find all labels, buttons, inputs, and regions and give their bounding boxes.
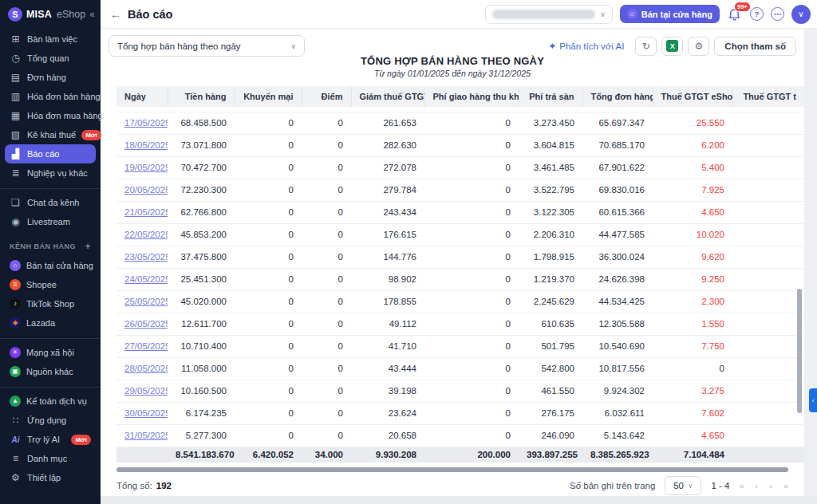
- table-body: 17/05/202568.458.50000261.65303.273.4506…: [116, 107, 804, 463]
- sidebar-item-ban-lam-viec[interactable]: ⊞Bàn làm việc: [5, 30, 96, 49]
- per-page-select[interactable]: 50 ∨: [665, 476, 701, 495]
- date-link[interactable]: 28/05/2025: [124, 364, 168, 373]
- first-page-button[interactable]: «: [739, 481, 744, 490]
- sidebar-item-nghiep-vu-khac[interactable]: ≣Nghiệp vụ khác: [5, 163, 96, 183]
- cell-thue_gtgt_t: [732, 357, 804, 380]
- last-page-button[interactable]: »: [783, 481, 788, 490]
- sidebar-item-mang-xa-hoi[interactable]: ✳Mạng xã hội: [5, 343, 96, 362]
- column-header-tien_hang[interactable]: Tiền hàng: [168, 86, 235, 107]
- date-link[interactable]: 23/05/2025: [124, 252, 168, 262]
- date-link[interactable]: 30/05/2025: [124, 408, 168, 418]
- sidebar-item-hoa-don-ban-hang[interactable]: ▥Hóa đơn bán hàng: [5, 87, 96, 106]
- date-link[interactable]: 19/05/2025: [124, 163, 168, 172]
- column-header-diem[interactable]: Điểm: [302, 86, 351, 107]
- sidebar-item-nguon-khac[interactable]: ▣Nguồn khác: [5, 362, 96, 381]
- date-link[interactable]: 27/05/2025: [124, 341, 168, 351]
- collapse-sidebar-button[interactable]: «: [89, 9, 95, 20]
- sidebar-item-bao-cao[interactable]: ▟Báo cáo: [5, 144, 96, 163]
- cell-ngay: 19/05/2025: [116, 156, 168, 179]
- sidebar-item-livestream[interactable]: ◉Livestream: [5, 212, 96, 231]
- sidebar-item-danh-muc[interactable]: ≡Danh mục: [5, 449, 96, 468]
- cell-ngay: 18/05/2025: [116, 134, 168, 156]
- table-horizontal-scrollbar[interactable]: [116, 467, 788, 472]
- cell-thue_gtgt_t: [732, 313, 804, 335]
- column-header-tong_don_hang[interactable]: Tổng đơn hàng: [582, 86, 653, 107]
- notification-bell-button[interactable]: 99+: [727, 6, 743, 22]
- chevron-left-icon: ‹: [812, 397, 815, 404]
- column-header-phi_giao_hang[interactable]: Phí giao hàng thu khách: [424, 86, 519, 107]
- sidebar-item-ke-khai-thue[interactable]: ▧Kê khai thuếMới: [5, 125, 96, 144]
- more-button[interactable]: ⋯: [771, 7, 784, 21]
- help-button[interactable]: ?: [750, 7, 764, 21]
- date-link[interactable]: 21/05/2025: [124, 207, 168, 217]
- avatar-button[interactable]: ∨: [791, 5, 811, 24]
- back-button[interactable]: ←: [110, 8, 121, 21]
- sidebar-item-hoa-don-mua-hang[interactable]: ▦Hóa đơn mua hàng: [5, 106, 96, 125]
- column-header-khuyen_mai[interactable]: Khuyến mại: [235, 86, 302, 107]
- refresh-icon: ↻: [642, 41, 650, 52]
- choose-params-button[interactable]: Chọn tham số: [714, 37, 796, 56]
- next-page-button[interactable]: ›: [769, 481, 772, 490]
- sidebar-item-tro-ly-ai[interactable]: AiTrợ lý AIMới: [5, 430, 96, 449]
- date-link[interactable]: 18/05/2025: [124, 140, 168, 150]
- add-channel-button[interactable]: +: [85, 241, 91, 252]
- sidebar-item-ban-tai-cua-hang[interactable]: ⌂Bán tại cửa hàng: [5, 256, 96, 275]
- column-header-phi_tra_san[interactable]: Phí trả sàn: [519, 86, 582, 107]
- org-select[interactable]: ∨: [485, 5, 613, 24]
- sidebar-section: ❏Chat đa kênh◉Livestream: [0, 188, 101, 234]
- cell-phi_giao_hang: 0: [424, 246, 519, 268]
- cell-phi_tra_san: 1.798.915: [519, 246, 582, 268]
- date-link[interactable]: 29/05/2025: [124, 386, 168, 396]
- cell-diem: 0: [302, 156, 351, 179]
- cell-thue_gtgt_eshop: 10.020: [653, 223, 732, 246]
- date-link[interactable]: 24/05/2025: [124, 274, 168, 284]
- column-header-giam_thue_gtgt[interactable]: Giảm thuế GTGT: [351, 86, 424, 107]
- date-link[interactable]: 22/05/2025: [124, 230, 168, 239]
- report-type-select[interactable]: Tổng hợp bán hàng theo ngày ∨: [109, 35, 305, 57]
- sidebar-item-chat-da-kenh[interactable]: ❏Chat đa kênh: [5, 193, 96, 212]
- sidebar-item-lazada[interactable]: ◆Lazada: [5, 313, 96, 333]
- sidebar-item-ung-dung[interactable]: ∷Ứng dụng: [5, 411, 96, 430]
- column-header-thue_gtgt_eshop[interactable]: Thuế GTGT eShop tính: [653, 86, 732, 107]
- date-link[interactable]: 25/05/2025: [124, 297, 168, 306]
- date-link[interactable]: 17/05/2025: [124, 118, 168, 128]
- cell-giam_thue_gtgt: 39.198: [351, 380, 424, 402]
- side-panel-toggle[interactable]: ‹: [809, 388, 817, 412]
- table-row: 25/05/202545.020.00000178.85502.245.6294…: [116, 290, 804, 313]
- nghiep-vu-khac-icon: ≣: [10, 167, 22, 179]
- misa-logo-icon: S: [8, 7, 22, 22]
- sidebar-item-ke-toan-dich-vu[interactable]: ▲Kế toán dịch vụ: [5, 392, 96, 411]
- sidebar-item-tong-quan[interactable]: ◷Tổng quan: [5, 49, 96, 68]
- ke-toan-dich-vu-icon: ▲: [10, 396, 21, 407]
- cell-thue_gtgt_t: [732, 156, 804, 179]
- date-link[interactable]: 31/05/2025: [124, 431, 168, 440]
- cell-tong_don_hang: 44.534.425: [582, 290, 653, 313]
- store-mode-button[interactable]: ⌂ Bán tại cửa hàng: [620, 5, 720, 23]
- cell-thue_gtgt_eshop: 7.925: [653, 179, 732, 201]
- prev-page-button[interactable]: ‹: [756, 481, 759, 490]
- bottom-strip: [101, 496, 817, 504]
- sidebar-item-thiet-lap[interactable]: ⚙Thiết lập: [5, 468, 96, 487]
- ban-lam-viec-icon: ⊞: [10, 33, 22, 45]
- column-header-thue_gtgt_t[interactable]: Thuế GTGT t: [732, 86, 804, 107]
- refresh-button[interactable]: ↻: [635, 37, 657, 56]
- excel-export-button[interactable]: X: [661, 37, 683, 56]
- column-header-ngay[interactable]: Ngày: [116, 86, 168, 107]
- date-link[interactable]: 26/05/2025: [124, 319, 168, 329]
- date-link[interactable]: 20/05/2025: [124, 185, 168, 195]
- chevron-down-icon: ∨: [290, 42, 296, 50]
- sidebar-item-don-hang[interactable]: ▤Đơn hàng: [5, 68, 96, 87]
- sidebar-item-shopee[interactable]: SShopee: [5, 275, 96, 294]
- report-settings-button[interactable]: ⚙: [688, 37, 709, 56]
- brand-misa: MISA: [26, 9, 52, 20]
- sidebar-item-tiktok-shop[interactable]: ♪TikTok Shop: [5, 294, 96, 313]
- cell-diem: 0: [302, 380, 351, 402]
- table-vertical-scrollbar[interactable]: [797, 289, 802, 413]
- cell-diem: 0: [302, 268, 351, 290]
- table-row: 26/05/202512.611.7000049.1120610.63512.3…: [116, 313, 804, 335]
- cell-thue_gtgt_eshop: 25.550: [653, 112, 732, 134]
- cell-tien_hang: 62.766.800: [168, 201, 235, 223]
- cell-phi_giao_hang: 0: [424, 112, 519, 134]
- report-toolbar: Tổng hợp bán hàng theo ngày ∨ ✦ Phân tíc…: [109, 35, 796, 57]
- ai-analyze-link[interactable]: ✦ Phân tích với AI: [548, 41, 624, 52]
